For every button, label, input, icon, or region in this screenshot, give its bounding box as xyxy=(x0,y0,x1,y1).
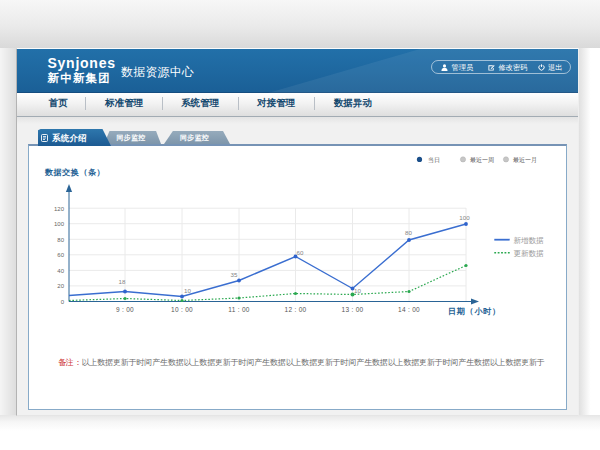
svg-text:10: 10 xyxy=(354,287,361,294)
svg-text:20: 20 xyxy=(57,283,64,289)
svg-text:最近一月: 最近一月 xyxy=(513,157,537,164)
svg-text:40: 40 xyxy=(57,268,64,274)
svg-text:新增数据: 新增数据 xyxy=(514,236,545,245)
svg-text:13 : 00: 13 : 00 xyxy=(342,306,364,313)
svg-text:更新数据: 更新数据 xyxy=(514,249,545,258)
svg-text:35: 35 xyxy=(231,271,238,278)
svg-text:11 : 00: 11 : 00 xyxy=(228,306,250,313)
svg-text:10: 10 xyxy=(184,287,191,294)
svg-text:80: 80 xyxy=(57,237,64,243)
svg-text:80: 80 xyxy=(405,229,412,236)
svg-text:9 : 00: 9 : 00 xyxy=(116,306,134,313)
svg-text:当日: 当日 xyxy=(428,157,440,164)
svg-text:60: 60 xyxy=(57,252,64,258)
svg-text:最近一周: 最近一周 xyxy=(470,157,494,163)
svg-text:14 : 00: 14 : 00 xyxy=(398,306,420,313)
svg-text:100: 100 xyxy=(54,221,65,227)
svg-text:12 : 00: 12 : 00 xyxy=(285,306,307,313)
svg-text:数据交换（条）: 数据交换（条） xyxy=(44,168,105,177)
svg-text:100: 100 xyxy=(459,214,470,221)
svg-text:60: 60 xyxy=(297,249,304,256)
svg-text:120: 120 xyxy=(54,206,65,212)
svg-text:日期（小时）: 日期（小时） xyxy=(448,307,501,316)
svg-text:10 : 00: 10 : 00 xyxy=(171,306,193,313)
svg-text:0: 0 xyxy=(61,299,65,305)
svg-text:18: 18 xyxy=(119,278,126,285)
